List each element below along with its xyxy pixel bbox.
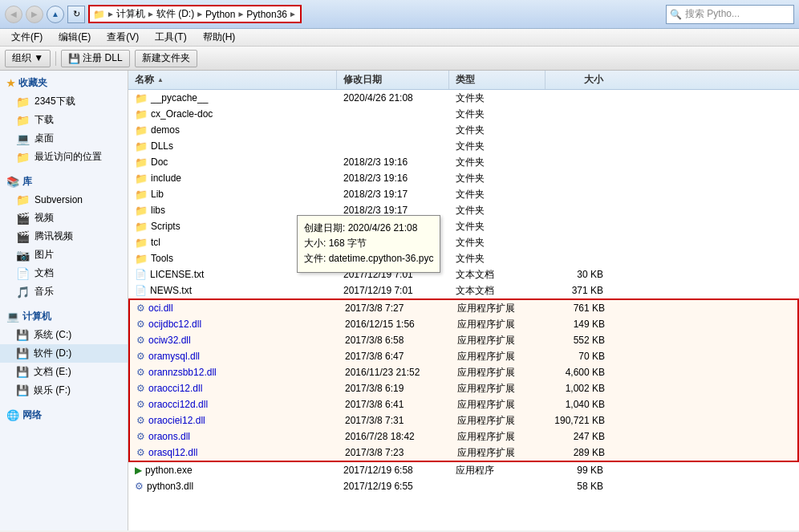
file-type: 应用程序扩展 [451, 334, 547, 347]
sidebar-item-drive-f[interactable]: 💾 娱乐 (F:) [0, 381, 128, 400]
title-bar: ◀ ▶ ▲ ↻ 📁 ► 计算机 ► 软件 (D:) ► Python ► Pyt… [0, 0, 799, 71]
file-size: 1,002 KB [547, 383, 611, 394]
col-name-label: 名称 [135, 73, 154, 87]
file-type: 文本文档 [449, 284, 546, 298]
file-date: 2017/12/19 7:01 [337, 285, 449, 296]
col-date-header[interactable]: 修改日期 [337, 71, 449, 89]
list-item[interactable]: ⚙orannzsbb12.dll 2016/11/23 21:52 应用程序扩展… [130, 364, 797, 380]
menu-tools[interactable]: 工具(T) [148, 29, 193, 46]
file-size: 761 KB [547, 303, 611, 314]
sidebar-item-2345[interactable]: 📁 2345下载 [0, 92, 128, 111]
sidebar-item-drive-e[interactable]: 💾 文档 (E:) [0, 363, 128, 381]
list-item[interactable]: 📄LICENSE.txt 2017/12/19 7:01 文本文档 30 KB [128, 266, 799, 282]
back-button[interactable]: ◀ [5, 6, 22, 23]
sort-arrow: ▲ [157, 76, 164, 83]
sidebar-item-desktop[interactable]: 💻 桌面 [0, 129, 128, 148]
list-item[interactable]: ⚙orasql12.dll 2017/3/8 7:23 应用程序扩展 289 K… [130, 445, 797, 461]
list-item[interactable]: 📁libs 2018/2/3 19:17 文件夹 [128, 202, 799, 218]
file-date: 2017/3/8 6:58 [339, 335, 451, 346]
folder-icon: 📁 [135, 92, 148, 104]
file-name: 📁demos [128, 124, 337, 136]
list-item[interactable]: ⚙oraons.dll 2016/7/28 18:42 应用程序扩展 247 K… [130, 428, 797, 445]
file-type: 应用程序扩展 [451, 430, 547, 444]
organize-button[interactable]: 组织 ▼ [5, 50, 51, 67]
list-item[interactable]: 📁Tools 2018/2/3 19:16 文件夹 [128, 250, 799, 266]
dll-icon: ⚙ [135, 481, 144, 492]
file-size: 30 KB [546, 269, 610, 280]
file-type: 文件夹 [449, 188, 546, 201]
sidebar-item-drive-c[interactable]: 💾 系统 (C:) [0, 326, 128, 344]
search-placeholder: 搜索 Pytho... [685, 7, 740, 21]
dll-icon: ⚙ [136, 431, 145, 442]
list-item[interactable]: 📁__pycache__ 2020/4/26 21:08 文件夹 [128, 90, 799, 106]
list-item[interactable]: ▶python.exe 2017/12/19 6:58 应用程序 99 KB [128, 462, 799, 478]
list-item[interactable]: 📁cx_Oracle-doc 文件夹 [128, 106, 799, 122]
sidebar-item-subversion[interactable]: 📁 Subversion [0, 191, 128, 209]
folder-icon: 🎬 [16, 212, 30, 225]
register-dll-button[interactable]: 💾 注册 DLL [61, 50, 129, 67]
sidebar-item-download[interactable]: 📁 下载 [0, 111, 128, 129]
menu-edit[interactable]: 编辑(E) [52, 29, 97, 46]
file-header[interactable]: 名称 ▲ 修改日期 类型 大小 [128, 71, 799, 90]
menu-file[interactable]: 文件(F) [5, 29, 49, 46]
new-folder-button[interactable]: 新建文件夹 [135, 50, 197, 67]
list-item[interactable]: ⚙oraocci12d.dll 2017/3/8 6:41 应用程序扩展 1,0… [130, 396, 797, 412]
register-dll-icon: 💾 [68, 53, 80, 64]
file-name: 📁Lib [128, 189, 337, 201]
list-item[interactable]: 📄NEWS.txt 2017/12/19 7:01 文本文档 371 KB [128, 282, 799, 298]
breadcrumb-drive: 软件 (D:) [156, 7, 194, 21]
sidebar-network-header[interactable]: 🌐 网络 [0, 406, 128, 424]
folder-icon: 🎵 [16, 286, 30, 298]
list-item[interactable]: 📁Scripts 2020/4/28 21:42 文件夹 [128, 218, 799, 234]
sidebar: ★ 收藏夹 📁 2345下载 📁 下载 💻 桌面 📁 最近访问的位置 [0, 71, 128, 530]
folder-icon: 📁 [135, 108, 148, 120]
menu-view[interactable]: 查看(V) [100, 29, 145, 46]
list-item[interactable]: ⚙ociw32.dll 2017/3/8 6:58 应用程序扩展 552 KB [130, 332, 797, 348]
tooltip-line2: 大小: 168 字节 [304, 236, 433, 251]
sidebar-item-video[interactable]: 🎬 视频 [0, 209, 128, 227]
file-type: 应用程序扩展 [451, 366, 547, 380]
col-type-header[interactable]: 类型 [449, 71, 546, 89]
sidebar-item-recent[interactable]: 📁 最近访问的位置 [0, 148, 128, 166]
sidebar-favorites-header[interactable]: ★ 收藏夹 [0, 74, 128, 92]
forward-button[interactable]: ▶ [26, 6, 43, 23]
sidebar-item-tencent-video[interactable]: 🎬 腾讯视频 [0, 227, 128, 246]
dll-icon: ⚙ [136, 335, 145, 346]
list-item[interactable]: ⚙oramysql.dll 2017/3/8 6:47 应用程序扩展 70 KB [130, 348, 797, 364]
list-item[interactable]: ⚙python3.dll 2017/12/19 6:55 58 KB [128, 478, 799, 494]
file-list: 📁__pycache__ 2020/4/26 21:08 文件夹 📁cx_Ora… [128, 90, 799, 530]
list-item[interactable]: ⚙ocijdbc12.dll 2016/12/15 1:56 应用程序扩展 14… [130, 316, 797, 332]
list-item[interactable]: 📁include 2018/2/3 19:16 文件夹 [128, 170, 799, 186]
list-item[interactable]: ⚙oraocci12.dll 2017/3/8 6:19 应用程序扩展 1,00… [130, 380, 797, 396]
list-item[interactable]: 📁tcl 2018/2/3 19:17 文件夹 [128, 234, 799, 250]
sidebar-item-drive-d[interactable]: 💾 软件 (D:) [0, 344, 128, 363]
sidebar-item-documents-label: 文档 [34, 266, 54, 280]
refresh-button[interactable]: ↻ [67, 6, 85, 23]
sidebar-item-pictures[interactable]: 📷 图片 [0, 246, 128, 264]
sidebar-computer-header[interactable]: 💻 计算机 [0, 307, 128, 326]
address-breadcrumb[interactable]: 📁 ► 计算机 ► 软件 (D:) ► Python ► Python36 ► [88, 5, 302, 23]
file-size: 552 KB [547, 335, 611, 346]
file-type: 应用程序扩展 [451, 350, 547, 363]
list-item[interactable]: 📁Lib 2018/2/3 19:17 文件夹 [128, 186, 799, 202]
file-date: 2017/3/8 6:47 [339, 351, 451, 362]
folder-icon: 💻 [16, 132, 30, 145]
sidebar-item-music[interactable]: 🎵 音乐 [0, 282, 128, 301]
star-icon: ★ [6, 78, 15, 89]
col-size-header[interactable]: 大小 [546, 71, 610, 89]
folder-icon: 📁 [135, 237, 148, 249]
file-type: 应用程序扩展 [451, 446, 547, 460]
sidebar-library-header[interactable]: 📚 库 [0, 173, 128, 191]
menu-help[interactable]: 帮助(H) [197, 29, 242, 46]
list-item[interactable]: 📁demos 文件夹 [128, 122, 799, 138]
list-item[interactable]: 📁Doc 2018/2/3 19:16 文件夹 [128, 154, 799, 170]
sidebar-item-documents[interactable]: 📄 文档 [0, 264, 128, 282]
file-date: 2016/11/23 21:52 [339, 367, 451, 378]
search-box[interactable]: 🔍 搜索 Pytho... [666, 5, 794, 24]
list-item[interactable]: 📁DLLs 文件夹 [128, 138, 799, 154]
file-type: 文件夹 [449, 204, 546, 217]
col-name-header[interactable]: 名称 ▲ [128, 71, 337, 89]
list-item[interactable]: ⚙oraociei12.dll 2017/3/8 7:31 应用程序扩展 190… [130, 412, 797, 428]
list-item[interactable]: ⚙oci.dll 2017/3/8 7:27 应用程序扩展 761 KB [130, 300, 797, 316]
up-button[interactable]: ▲ [47, 6, 64, 23]
